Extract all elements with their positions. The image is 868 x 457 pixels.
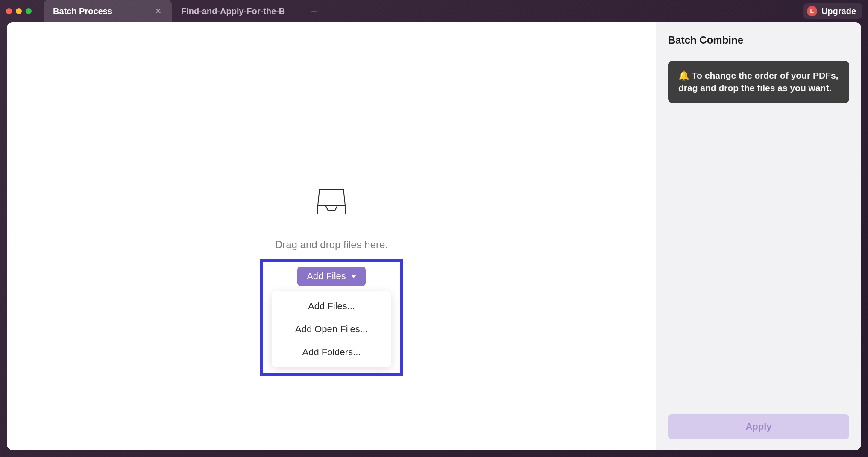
add-files-button[interactable]: Add Files xyxy=(297,267,366,286)
new-tab-button[interactable]: ＋ xyxy=(300,0,328,22)
traffic-lights xyxy=(6,8,32,14)
window-minimize-button[interactable] xyxy=(16,8,22,14)
sidebar-title: Batch Combine xyxy=(668,34,849,46)
tab-label: Find-and-Apply-For-the-B xyxy=(181,6,290,16)
tab-close-icon[interactable]: ✕ xyxy=(154,7,162,15)
menu-item-add-folders[interactable]: Add Folders... xyxy=(272,341,391,364)
tabstrip: Batch Process ✕ Find-and-Apply-For-the-B… xyxy=(44,0,800,22)
upgrade-button[interactable]: L Upgrade xyxy=(803,3,862,19)
sidebar: Batch Combine 🔔 To change the order of y… xyxy=(656,22,861,450)
tab-label: Batch Process xyxy=(53,6,112,16)
avatar: L xyxy=(807,6,817,16)
drop-label: Drag and drop files here. xyxy=(275,239,388,251)
menu-item-add-open-files[interactable]: Add Open Files... xyxy=(272,318,391,341)
window-close-button[interactable] xyxy=(6,8,12,14)
bell-icon: 🔔 xyxy=(678,70,689,80)
tab-batch-process[interactable]: Batch Process ✕ xyxy=(44,0,172,22)
add-files-label: Add Files xyxy=(307,271,346,282)
tip-box: 🔔 To change the order of your PDFs, drag… xyxy=(668,61,849,103)
tab-document[interactable]: Find-and-Apply-For-the-B xyxy=(172,0,300,22)
main-drop-area[interactable]: Drag and drop files here. Add Files Add … xyxy=(7,22,656,450)
workspace: Drag and drop files here. Add Files Add … xyxy=(7,22,861,450)
drop-zone: Drag and drop files here. Add Files Add … xyxy=(260,187,403,376)
titlebar-right: L Upgrade xyxy=(803,3,862,19)
caret-down-icon xyxy=(351,275,356,278)
apply-button[interactable]: Apply xyxy=(668,414,849,439)
window-maximize-button[interactable] xyxy=(26,8,32,14)
add-files-menu: Add Files... Add Open Files... Add Folde… xyxy=(272,291,391,367)
avatar-letter: L xyxy=(810,8,814,15)
menu-item-add-files[interactable]: Add Files... xyxy=(272,295,391,318)
add-files-highlight: Add Files Add Files... Add Open Files...… xyxy=(260,259,403,376)
titlebar: Batch Process ✕ Find-and-Apply-For-the-B… xyxy=(0,0,868,22)
tip-text: To change the order of your PDFs, drag a… xyxy=(678,70,839,93)
upgrade-label: Upgrade xyxy=(821,6,856,16)
inbox-tray-icon xyxy=(316,187,347,218)
